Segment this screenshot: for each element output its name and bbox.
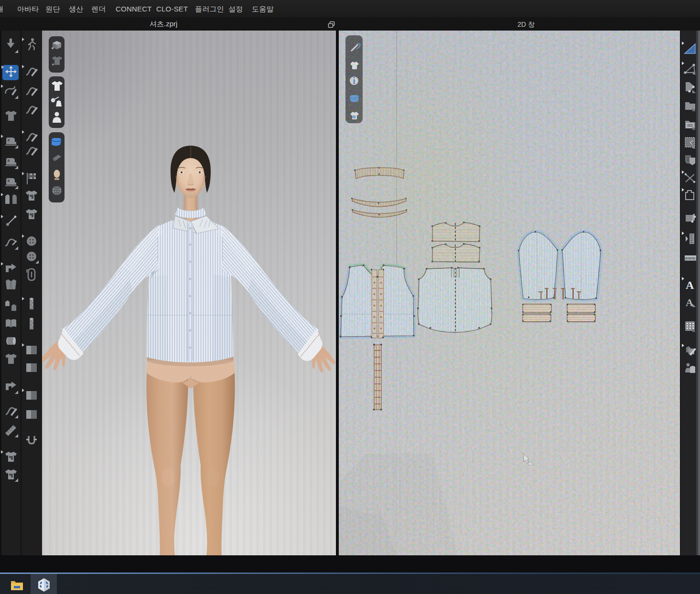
svg-text:A: A [686,297,693,308]
svg-text:A: A [686,279,694,291]
